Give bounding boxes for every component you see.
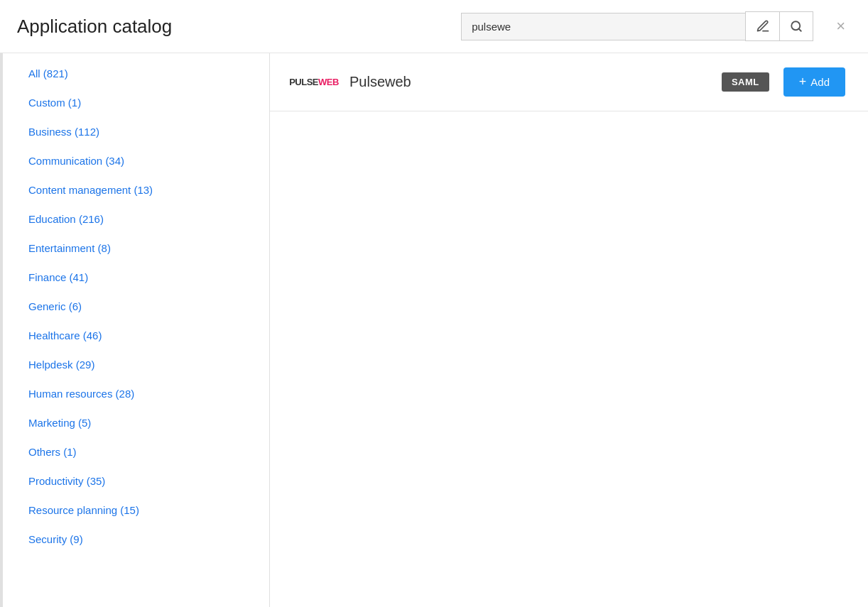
logo-pulse-text: PULSE [289, 77, 318, 87]
pen-icon [756, 19, 770, 33]
main-content: All (821)Custom (1)Business (112)Communi… [0, 53, 868, 607]
sidebar-item[interactable]: Entertainment (8) [0, 234, 269, 263]
sidebar-item[interactable]: Others (1) [0, 437, 269, 466]
search-input[interactable] [461, 13, 745, 40]
catalog-area: PULSEWEB Pulseweb SAML + Add [270, 53, 868, 607]
sidebar-item[interactable]: Helpdesk (29) [0, 350, 269, 379]
sidebar-item[interactable]: Productivity (35) [0, 466, 269, 496]
sidebar-item[interactable]: All (821) [0, 59, 269, 88]
sidebar-item[interactable]: Human resources (28) [0, 379, 269, 408]
logo-web-text: WEB [318, 77, 339, 87]
sidebar-item[interactable]: Healthcare (46) [0, 321, 269, 350]
pulseweb-logo: PULSEWEB [289, 77, 339, 87]
app-logo: PULSEWEB [293, 68, 335, 97]
sidebar-item[interactable]: Finance (41) [0, 263, 269, 292]
app-header: Application catalog × [0, 0, 868, 53]
sidebar-item[interactable]: Content management (13) [0, 175, 269, 204]
sidebar: All (821)Custom (1)Business (112)Communi… [0, 53, 270, 607]
sidebar-item[interactable]: Resource planning (15) [0, 496, 269, 525]
close-button[interactable]: × [830, 14, 851, 38]
sidebar-item[interactable]: Education (216) [0, 204, 269, 234]
search-icon [790, 20, 803, 33]
clear-pen-button[interactable] [745, 11, 779, 41]
search-button[interactable] [779, 11, 813, 41]
sidebar-item[interactable]: Marketing (5) [0, 408, 269, 437]
sidebar-item[interactable]: Communication (34) [0, 146, 269, 175]
saml-badge: SAML [722, 72, 769, 92]
app-row: PULSEWEB Pulseweb SAML + Add [270, 53, 868, 111]
plus-icon: + [799, 75, 807, 89]
app-name: Pulseweb [349, 74, 707, 90]
sidebar-item[interactable]: Custom (1) [0, 88, 269, 117]
page-title: Application catalog [17, 16, 450, 38]
sidebar-item[interactable]: Business (112) [0, 117, 269, 146]
svg-line-1 [799, 28, 801, 31]
add-button-label: Add [810, 76, 830, 88]
add-button[interactable]: + Add [783, 67, 845, 97]
search-bar [461, 11, 813, 41]
sidebar-item[interactable]: Generic (6) [0, 292, 269, 321]
sidebar-item[interactable]: Security (9) [0, 525, 269, 554]
